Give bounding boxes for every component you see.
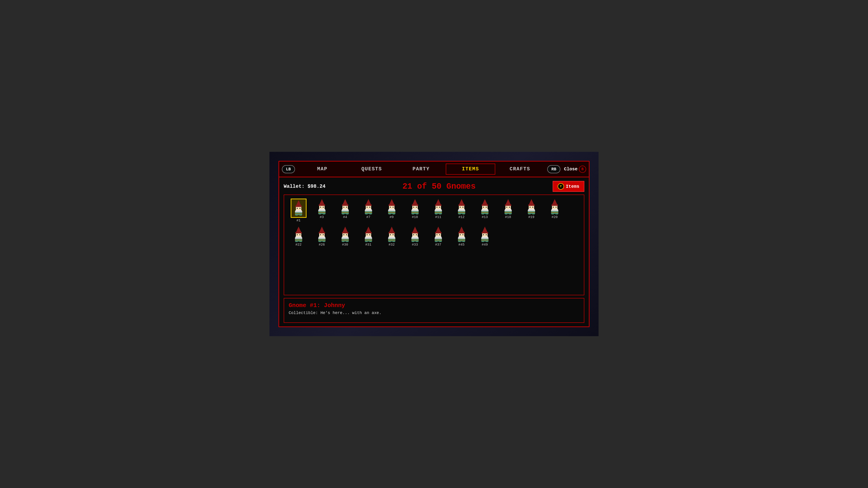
items-button-label: Items	[566, 184, 579, 189]
gnome-item-11[interactable]: #11	[428, 199, 449, 223]
svg-rect-223	[483, 234, 484, 235]
rb-button[interactable]: RB	[547, 165, 560, 173]
svg-rect-151	[318, 240, 326, 240]
tab-party[interactable]: PARTY	[397, 164, 446, 175]
svg-rect-118	[528, 212, 535, 213]
gnome-item-4[interactable]: #4	[334, 199, 356, 223]
svg-rect-164	[346, 241, 348, 242]
svg-rect-102	[506, 207, 507, 207]
gnome-item-30[interactable]: #30	[334, 226, 356, 247]
gnome-label-4: #4	[343, 215, 347, 219]
svg-rect-111	[528, 204, 535, 206]
gnome-item-49[interactable]: #49	[474, 226, 495, 247]
items-toggle-button[interactable]: Y Items	[553, 181, 584, 192]
svg-rect-85	[458, 212, 465, 213]
svg-marker-187	[412, 227, 418, 232]
svg-rect-90	[482, 206, 488, 209]
svg-rect-108	[505, 214, 507, 215]
gnome-label-11: #11	[435, 215, 441, 219]
svg-rect-162	[342, 240, 349, 240]
gnome-item-18[interactable]: #18	[497, 199, 519, 223]
gnome-label-22: #22	[296, 243, 302, 247]
svg-rect-14	[320, 207, 321, 207]
svg-rect-224	[486, 234, 487, 235]
svg-rect-100	[505, 204, 511, 206]
tab-map[interactable]: MAP	[298, 164, 347, 175]
svg-rect-92	[486, 207, 487, 207]
gnome-item-13[interactable]: #13	[474, 199, 495, 223]
svg-rect-26	[346, 207, 347, 207]
gnome-item-32[interactable]: #32	[381, 226, 402, 247]
gnome-item-10[interactable]: #10	[404, 199, 426, 223]
gnome-label-32: #32	[389, 243, 395, 247]
svg-rect-56	[412, 204, 418, 206]
description-text: Collectible: He's here... with an axe.	[289, 311, 579, 315]
svg-rect-34	[365, 204, 372, 206]
tab-quests[interactable]: QUESTS	[347, 164, 397, 175]
wallet-display: Wallet: $98.24	[284, 184, 326, 189]
svg-rect-166	[365, 232, 372, 233]
svg-rect-186	[393, 241, 395, 242]
gnome-item-31[interactable]: #31	[358, 226, 379, 247]
main-window: LB MAP QUESTS PARTY ITEMS CRAFTS RB Clos…	[278, 161, 590, 327]
svg-rect-97	[482, 214, 484, 215]
svg-marker-66	[436, 199, 441, 205]
gnome-item-20[interactable]: #20	[544, 199, 565, 223]
gnome-label-30: #30	[342, 243, 348, 247]
svg-marker-121	[552, 199, 557, 205]
gnome-sprite-wrapper-1	[291, 199, 307, 218]
svg-rect-156	[342, 233, 348, 237]
svg-rect-53	[389, 214, 391, 215]
svg-rect-35	[366, 206, 371, 209]
svg-rect-228	[481, 240, 489, 240]
gnome-count-display: 21 of 50 Gnomes	[326, 182, 553, 191]
gnome-label-19: #19	[528, 215, 534, 219]
svg-rect-212	[460, 234, 461, 235]
gnome-label-1: #1	[296, 219, 301, 223]
gnome-item-33[interactable]: #33	[404, 226, 426, 247]
gnome-item-3[interactable]: #3	[311, 199, 333, 223]
svg-marker-176	[389, 227, 395, 232]
description-box: Gnome #1: Johnny Collectible: He's here.…	[284, 298, 584, 323]
gnome-label-7: #7	[366, 215, 370, 219]
close-button[interactable]: Close B	[564, 166, 586, 173]
svg-rect-206	[435, 240, 442, 240]
svg-marker-11	[319, 199, 324, 205]
gnome-label-18: #18	[505, 215, 511, 219]
gnome-item-45[interactable]: #45	[451, 226, 472, 247]
svg-rect-45	[389, 204, 395, 206]
svg-rect-19	[318, 212, 326, 213]
svg-rect-167	[366, 233, 371, 237]
gnome-label-3: #3	[320, 215, 324, 219]
svg-rect-63	[411, 212, 418, 213]
svg-rect-201	[436, 234, 437, 235]
svg-rect-32	[346, 214, 348, 215]
svg-rect-59	[416, 207, 417, 207]
svg-rect-2	[296, 207, 301, 210]
gnome-item-37[interactable]: #37	[428, 226, 449, 247]
gnome-item-22[interactable]: #22	[288, 226, 309, 247]
svg-rect-10	[300, 215, 302, 216]
lb-button[interactable]: LB	[282, 165, 295, 173]
gnome-label-33: #33	[412, 243, 418, 247]
svg-rect-129	[551, 212, 558, 213]
svg-marker-99	[505, 199, 511, 205]
svg-rect-147	[323, 234, 324, 235]
gnome-item-12[interactable]: #12	[451, 199, 472, 223]
close-label: Close	[564, 166, 578, 172]
svg-rect-191	[416, 234, 417, 235]
svg-rect-153	[323, 241, 325, 242]
gnome-item-9[interactable]: #9	[381, 199, 402, 223]
svg-rect-68	[436, 206, 441, 209]
gnome-item-19[interactable]: #19	[521, 199, 542, 223]
gnome-label-49: #49	[482, 243, 488, 247]
gnome-item-26[interactable]: #26	[311, 226, 333, 247]
svg-rect-8	[295, 213, 302, 214]
tab-crafts[interactable]: CRAFTS	[495, 164, 545, 175]
svg-marker-55	[412, 199, 418, 205]
gnome-label-31: #31	[365, 243, 371, 247]
gnome-item-7[interactable]: #7	[358, 199, 379, 223]
gnome-item-1[interactable]: #1	[288, 199, 309, 223]
svg-rect-25	[343, 207, 344, 207]
tab-items[interactable]: ITEMS	[446, 164, 495, 175]
